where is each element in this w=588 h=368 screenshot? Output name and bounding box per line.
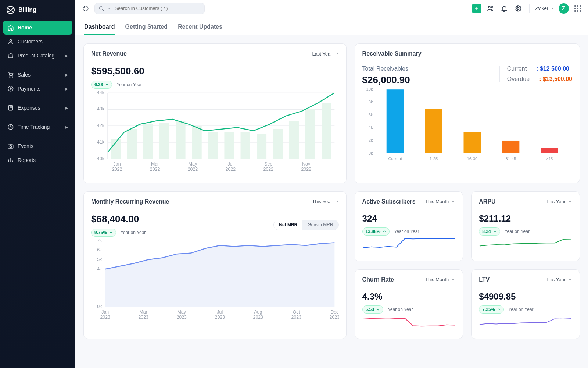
svg-rect-33 — [241, 132, 250, 159]
svg-text:4k: 4k — [97, 266, 102, 271]
sidebar-item-home[interactable]: Home — [3, 21, 72, 35]
receivable-chart: 0k2k4k6k8k10kCurrent1-2516-3031-45>45 — [362, 86, 572, 164]
sidebar: Billing HomeCustomersProduct Catalog▸Sal… — [0, 0, 75, 368]
total-receivables-label: Total Receivables — [362, 66, 410, 72]
notifications-icon[interactable] — [499, 3, 509, 14]
svg-rect-35 — [273, 129, 283, 159]
arpu-spark — [479, 236, 572, 254]
card-net-revenue: Net Revenue Last Year $595,500.60 6.23 Y… — [83, 43, 347, 183]
sidebar-item-product-catalog[interactable]: Product Catalog▸ — [3, 49, 72, 63]
svg-rect-32 — [224, 132, 234, 159]
sidebar-item-time-tracking[interactable]: Time Tracking▸ — [3, 120, 72, 134]
chevron-right-icon: ▸ — [65, 53, 68, 59]
svg-text:May: May — [178, 309, 186, 315]
svg-text:0k: 0k — [97, 304, 102, 309]
segment-toggle[interactable]: Net MRR Growth MRR — [273, 220, 338, 230]
settings-icon[interactable] — [513, 3, 523, 14]
chevron-down-icon[interactable] — [107, 7, 111, 10]
svg-point-1 — [10, 77, 10, 77]
chevron-right-icon: ▸ — [65, 124, 68, 130]
chevron-down-icon — [334, 199, 339, 204]
chevron-down-icon — [551, 6, 555, 11]
card-mrr: Monthly Recurring Revenue This Year $68,… — [83, 191, 347, 339]
mrr-chart: 0k4k5k6k7kJan2023Mar2023May2023Jul2023Au… — [91, 237, 339, 323]
range-selector[interactable]: This Month — [425, 199, 455, 204]
svg-text:Jul: Jul — [227, 162, 233, 167]
svg-text:2k: 2k — [368, 138, 373, 142]
apps-grid-icon[interactable] — [573, 3, 583, 14]
range-selector[interactable]: Last Year — [312, 51, 338, 57]
svg-line-9 — [103, 10, 104, 11]
svg-rect-65 — [502, 141, 519, 153]
tab-getting-started[interactable]: Getting Started — [125, 20, 168, 35]
range-selector[interactable]: This Year — [312, 199, 338, 204]
sidebar-item-events[interactable]: Events — [3, 139, 72, 153]
svg-text:0k: 0k — [368, 151, 373, 155]
svg-text:2023: 2023 — [215, 315, 225, 320]
svg-text:2022: 2022 — [263, 167, 274, 172]
avatar[interactable]: Z — [559, 3, 569, 14]
svg-rect-37 — [305, 109, 315, 159]
card-title: Receivable Summary — [362, 50, 422, 57]
range-selector[interactable]: This Year — [546, 199, 572, 204]
svg-rect-59 — [386, 89, 404, 153]
card-title: Active Subscribers — [362, 198, 416, 205]
minis-grid: Active Subscribers This Month 324 13.88%… — [355, 191, 580, 339]
sidebar-item-reports[interactable]: Reports — [3, 153, 72, 167]
cart-icon — [7, 71, 14, 78]
svg-text:6k: 6k — [368, 113, 373, 117]
tab-recent-updates[interactable]: Recent Updates — [178, 20, 222, 35]
sidebar-item-expenses[interactable]: Expenses▸ — [3, 101, 72, 115]
svg-text:2022: 2022 — [226, 167, 236, 172]
arrow-down-icon — [376, 308, 380, 311]
svg-text:2023: 2023 — [100, 315, 110, 320]
svg-point-14 — [517, 7, 519, 9]
svg-text:41k: 41k — [97, 139, 105, 145]
svg-text:2023: 2023 — [177, 315, 187, 320]
svg-text:Dec: Dec — [330, 309, 338, 315]
svg-text:6k: 6k — [97, 247, 102, 252]
range-selector[interactable]: This Month — [425, 277, 455, 282]
app-root: Billing HomeCustomersProduct Catalog▸Sal… — [0, 0, 588, 368]
svg-text:Nov: Nov — [302, 162, 311, 167]
refresh-button[interactable] — [80, 3, 91, 14]
svg-rect-30 — [192, 126, 201, 159]
svg-text:31-45: 31-45 — [505, 156, 516, 161]
ltv-spark — [479, 314, 572, 332]
add-button[interactable] — [472, 4, 481, 13]
svg-text:Oct: Oct — [293, 309, 300, 315]
svg-text:Jan: Jan — [114, 162, 121, 167]
arrow-up-icon — [497, 308, 501, 311]
users-icon[interactable] — [485, 3, 495, 14]
svg-text:Mar: Mar — [140, 309, 147, 315]
svg-text:2022: 2022 — [150, 167, 160, 172]
card-active-subscribers: Active Subscribers This Month 324 13.88%… — [355, 191, 463, 261]
tab-dashboard[interactable]: Dashboard — [84, 20, 115, 35]
total-receivables-value: $26,000.90 — [362, 74, 410, 86]
segment-growth-mrr[interactable]: Growth MRR — [302, 220, 338, 230]
svg-text:5k: 5k — [97, 257, 102, 262]
svg-text:10k: 10k — [366, 87, 373, 91]
svg-rect-67 — [541, 148, 558, 153]
chevron-down-icon — [451, 199, 455, 204]
sidebar-item-payments[interactable]: Payments▸ — [3, 82, 72, 96]
clock-icon — [7, 124, 14, 130]
svg-rect-29 — [176, 121, 185, 159]
svg-point-13 — [491, 6, 492, 7]
range-selector[interactable]: This Year — [546, 277, 572, 282]
segment-net-mrr[interactable]: Net MRR — [274, 220, 302, 230]
svg-text:16-30: 16-30 — [467, 156, 477, 161]
search-input[interactable] — [114, 5, 201, 11]
svg-point-0 — [10, 39, 11, 41]
svg-text:7k: 7k — [97, 238, 102, 243]
org-switcher[interactable]: Zylker — [535, 6, 555, 11]
sidebar-item-customers[interactable]: Customers — [3, 35, 72, 49]
svg-text:2022: 2022 — [301, 167, 311, 172]
overdue-amount: : $13,500.00 — [539, 76, 572, 82]
sidebar-item-sales[interactable]: Sales▸ — [3, 68, 72, 82]
chevron-down-icon — [451, 277, 455, 282]
search-box[interactable] — [94, 3, 205, 14]
arrow-up-icon — [109, 231, 113, 234]
org-name: Zylker — [535, 6, 548, 11]
chevron-right-icon: ▸ — [65, 72, 68, 78]
